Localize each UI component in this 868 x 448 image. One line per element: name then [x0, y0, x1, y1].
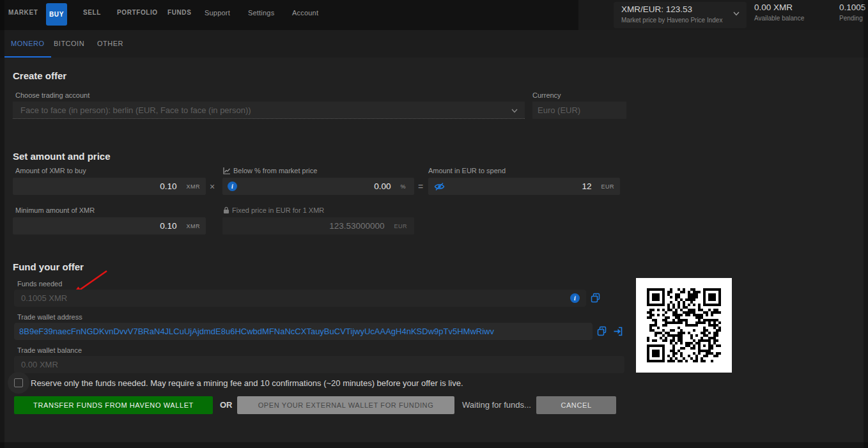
wallet-balance-field: 0.00 XMR — [14, 356, 624, 373]
min-amount-unit: XMR — [187, 223, 201, 229]
equals-sign: = — [418, 182, 423, 192]
asset-tabbar: MONERO BITCOIN OTHER — [0, 30, 868, 58]
nav-item-funds[interactable]: FUNDS — [167, 0, 191, 26]
nav-item-account[interactable]: Account — [292, 0, 318, 26]
currency-label: Currency — [532, 91, 561, 99]
fixed-price-value: 123.53000000 — [329, 221, 384, 231]
info-icon[interactable]: i — [570, 293, 580, 303]
chart-icon — [223, 167, 231, 174]
currency-field[interactable]: Euro (EUR) — [532, 102, 626, 119]
pending-balance-label: Pending — [839, 15, 863, 22]
chevron-down-icon — [732, 10, 740, 17]
reserve-funds-checkbox[interactable] — [14, 378, 23, 387]
below-market-unit: % — [400, 183, 406, 190]
reserve-funds-label: Reserve only the funds needed. May requi… — [31, 378, 463, 388]
create-offer-screen: MARKET BUY SELL PORTFOLIO FUNDS Support … — [0, 0, 868, 448]
funds-needed-label: Funds needed — [17, 280, 62, 288]
copy-icon[interactable] — [591, 293, 601, 304]
fixed-price-label: Fixed price in EUR for 1 XMR — [223, 206, 324, 214]
amount-value: 0.10 — [160, 182, 176, 191]
or-label: OR — [220, 396, 233, 414]
wallet-address-field: 8B9eF39naecFnNGDKvnDvvV7BRaN4JLCuUjAjdmd… — [14, 323, 593, 340]
trading-account-select[interactable]: Face to face (in person): berlin (EUR, F… — [13, 102, 525, 119]
top-navbar: MARKET BUY SELL PORTFOLIO FUNDS Support … — [0, 0, 868, 30]
copy-icon[interactable] — [597, 326, 608, 337]
external-wallet-button[interactable]: OPEN YOUR EXTERNAL WALLET FOR FUNDING — [237, 396, 454, 414]
fixed-price-unit: EUR — [394, 223, 407, 229]
trading-account-label: Choose trading account — [15, 91, 89, 99]
market-price-value: XMR/EUR: 123.53 — [621, 4, 692, 14]
amount-price-title: Set amount and price — [13, 151, 111, 162]
below-market-value: 0.00 — [374, 182, 391, 191]
trading-account-value: Face to face (in person): berlin (EUR, F… — [20, 105, 251, 115]
funds-needed-value: 0.1005 XMR — [21, 293, 67, 303]
chevron-down-icon — [511, 107, 518, 114]
cancel-button[interactable]: CANCEL — [536, 396, 616, 414]
spend-value: 12 — [582, 182, 591, 191]
funds-needed-field: 0.1005 XMR i — [14, 290, 586, 307]
waiting-status: Waiting for funds... — [462, 396, 531, 414]
nav-item-sell[interactable]: SELL — [83, 0, 101, 26]
market-price-source: Market price by Haveno Price Index — [621, 17, 722, 24]
spend-input[interactable]: 12 EUR — [428, 178, 620, 195]
multiply-sign: × — [210, 182, 215, 192]
nav-item-support[interactable]: Support — [205, 0, 230, 26]
eye-off-icon[interactable] — [434, 182, 446, 191]
spend-unit: EUR — [601, 183, 614, 190]
open-in-wallet-icon[interactable] — [613, 326, 624, 337]
spend-label: Amount in EUR to spend — [428, 167, 506, 174]
wallet-address-label: Trade wallet address — [17, 313, 82, 321]
available-balance-value: 0.00 XMR — [754, 3, 793, 12]
market-price-selector[interactable]: XMR/EUR: 123.53 Market price by Haveno P… — [614, 2, 747, 28]
fixed-price-input: 123.53000000 EUR — [222, 217, 414, 235]
overlay-dim-left — [0, 0, 4, 448]
overlay-dim-right — [864, 0, 868, 448]
overlay-dim-bottom — [0, 442, 868, 448]
nav-item-portfolio[interactable]: PORTFOLIO — [117, 0, 158, 26]
min-amount-label: Minimum amount of XMR — [15, 206, 95, 214]
tab-bitcoin[interactable]: BITCOIN — [47, 30, 91, 58]
nav-info-panel: XMR/EUR: 123.53 Market price by Haveno P… — [578, 0, 868, 30]
nav-item-market[interactable]: MARKET — [8, 0, 38, 26]
lock-icon — [223, 206, 229, 214]
amount-unit: XMR — [187, 183, 201, 190]
nav-item-buy[interactable]: BUY — [46, 3, 67, 26]
pending-balance-value: 0.1005 — [839, 3, 865, 12]
info-icon[interactable]: i — [228, 182, 237, 191]
amount-label: Amount of XMR to buy — [15, 167, 86, 174]
min-amount-input[interactable]: 0.10 XMR — [13, 217, 206, 235]
below-market-label: Below % from market price — [223, 167, 317, 174]
wallet-balance-label: Trade wallet balance — [17, 346, 82, 354]
available-balance-label: Available balance — [754, 15, 804, 22]
create-offer-title: Create offer — [13, 70, 66, 81]
tab-monero[interactable]: MONERO — [4, 30, 51, 58]
amount-input[interactable]: 0.10 XMR — [13, 178, 206, 195]
below-market-input[interactable]: i 0.00 % — [222, 178, 414, 195]
min-amount-value: 0.10 — [160, 221, 176, 231]
transfer-funds-button[interactable]: TRANSFER FUNDS FROM HAVENO WALLET — [14, 396, 213, 414]
tab-other[interactable]: OTHER — [91, 30, 130, 58]
funding-qr-code — [636, 278, 732, 373]
nav-item-settings[interactable]: Settings — [248, 0, 274, 26]
